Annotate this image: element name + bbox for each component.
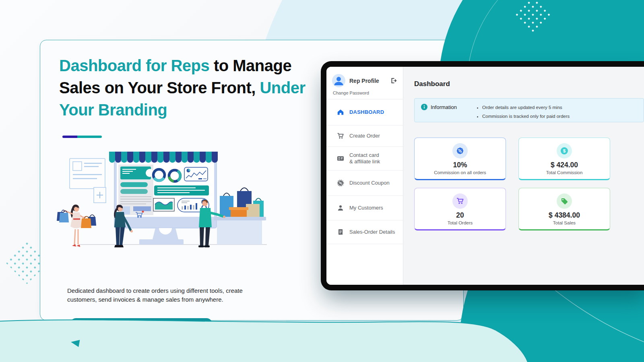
hero-heading: Dashboard for Reps to Manage Sales on Yo… xyxy=(59,55,309,121)
stat-card-commission-rate: 10% Commission on all orders xyxy=(414,138,506,180)
stat-value: $ 4384.00 xyxy=(549,212,580,219)
svg-text:$: $ xyxy=(563,148,566,153)
rep-dashboard-app: Rep Profile Change Password xyxy=(326,67,644,285)
discount-badge-icon xyxy=(337,179,344,187)
sidebar-item-sales-order-details[interactable]: Sales-Order Details xyxy=(326,220,403,244)
sidebar-item-label: DASHBOARD xyxy=(349,109,384,115)
stat-card-total-orders: 20 Total Orders xyxy=(414,188,506,230)
tag-icon xyxy=(557,193,572,209)
info-banner-header: Information xyxy=(421,104,476,110)
sidebar-item-label: Sales-Order Details xyxy=(349,229,395,235)
hero-description: Dedicated dashboard to create orders usi… xyxy=(67,286,268,304)
shopper-woman xyxy=(57,205,96,247)
plus-box xyxy=(94,187,106,203)
sidebar-item-my-customers[interactable]: My Customers xyxy=(326,196,403,220)
stat-value: 10% xyxy=(453,161,467,169)
stat-label: Total Commission xyxy=(546,170,583,175)
stat-label: Total Orders xyxy=(448,220,473,225)
logout-icon xyxy=(390,77,397,84)
heading-accent-text: Dashboard for Reps xyxy=(59,57,209,74)
sidebar-item-label: My Customers xyxy=(349,205,383,211)
stat-value: $ 424.00 xyxy=(551,161,578,169)
dashboard-screen-content xyxy=(118,165,209,218)
sidebar-item-discount-coupon[interactable]: Discount Coupon xyxy=(326,171,403,196)
heading-underline-bar xyxy=(62,136,102,138)
avatar[interactable] xyxy=(332,74,345,87)
info-bullet: Order details are updated every 5 mins xyxy=(482,103,570,112)
sidebar-item-label: Create Order xyxy=(349,133,380,139)
stat-card-total-sales: $ 4384.00 Total Sales xyxy=(518,188,610,230)
sidebar-item-contact-card[interactable]: Contact card& affiliate link xyxy=(326,147,403,171)
cart-icon xyxy=(337,132,344,140)
info-bullet: Commission is tracked only for paid orde… xyxy=(482,112,570,121)
sidebar: Rep Profile Change Password xyxy=(326,67,403,285)
dashboard-main: Dashboard Information Order details are … xyxy=(403,67,644,285)
underline-teal-segment xyxy=(77,136,102,138)
hero-cta-button[interactable] xyxy=(70,318,212,330)
sidebar-item-create-order[interactable]: Create Order xyxy=(326,125,403,147)
shopping-bags-left xyxy=(57,210,69,222)
person-icon xyxy=(337,204,344,212)
page-title: Dashboard xyxy=(414,80,644,88)
info-banner: Information Order details are updated ev… xyxy=(414,98,644,122)
sidebar-item-dashboard[interactable]: DASHBOARD xyxy=(326,99,403,125)
home-icon xyxy=(337,109,344,116)
profile-name: Rep Profile xyxy=(349,78,379,84)
change-password-link[interactable]: Change Password xyxy=(333,90,403,95)
person-avatar-icon xyxy=(332,74,345,87)
stat-label: Total Sales xyxy=(553,220,576,225)
info-label: Information xyxy=(431,104,457,110)
tablet-mockup: Rep Profile Change Password xyxy=(321,61,644,290)
stat-card-total-commission: $ $ 424.00 Total Commission xyxy=(518,138,610,180)
info-bullet-list: Order details are updated every 5 mins C… xyxy=(476,103,570,121)
dollar-coin-icon: $ xyxy=(557,143,572,158)
sidebar-menu: DASHBOARD Create Order xyxy=(326,99,403,244)
stat-value: 20 xyxy=(456,212,464,219)
sidebar-item-label: Discount Coupon xyxy=(349,180,390,186)
underline-indigo-segment xyxy=(62,136,77,138)
percent-badge-icon xyxy=(452,143,468,158)
profile-row: Rep Profile xyxy=(326,67,403,87)
wireframe-card xyxy=(70,158,105,189)
page: Dashboard for Reps to Manage Sales on Yo… xyxy=(0,0,644,362)
info-icon xyxy=(421,104,427,110)
stat-label: Commission on all orders xyxy=(434,170,486,175)
sidebar-item-label: Contact card& affiliate link xyxy=(349,152,380,165)
contact-card-icon xyxy=(337,155,344,162)
cart-icon xyxy=(452,193,468,209)
storefront-illustration xyxy=(57,148,282,268)
logout-button[interactable] xyxy=(390,77,397,84)
receipt-icon xyxy=(337,228,344,236)
teal-triangle-decoration xyxy=(70,338,80,347)
stats-grid: 10% Commission on all orders $ $ 424.00 … xyxy=(414,138,644,230)
